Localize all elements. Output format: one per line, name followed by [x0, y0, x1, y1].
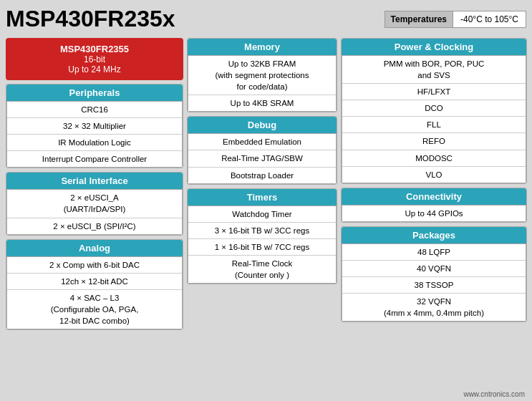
device-box: MSP430FR2355 16-bit Up to 24 MHz	[6, 38, 183, 80]
list-item: 32 × 32 Multiplier	[7, 118, 182, 135]
list-item: Up to 4KB SRAM	[188, 95, 336, 111]
peripherals-header: Peripherals	[6, 84, 183, 101]
column-2: Memory Up to 32KB FRAM (with segment pro…	[187, 38, 337, 330]
page-container: MSP430FR235x Temperatures -40°C to 105°C…	[0, 0, 532, 401]
list-item: 1 × 16-bit TB w/ 7CC regs	[188, 239, 336, 256]
timers-body: Watchdog Timer3 × 16-bit TB w/ 3CC regs1…	[188, 206, 337, 284]
list-item: Bootstrap Loader	[188, 168, 336, 183]
device-name: MSP430FR2355	[9, 44, 180, 54]
list-item: REFO	[342, 133, 526, 150]
packages-body: 48 LQFP40 VQFN38 TSSOP32 VQFN (4mm x 4mm…	[342, 243, 526, 322]
packages-section: Packages 48 LQFP40 VQFN38 TSSOP32 VQFN (…	[341, 226, 527, 322]
analog-section: Analog 2 x Comp with 6-bit DAC12ch × 12-…	[6, 239, 183, 330]
memory-header: Memory	[188, 39, 337, 55]
list-item: PMM with BOR, POR, PUC and SVS	[342, 56, 526, 84]
list-item: Watchdog Timer	[188, 206, 336, 223]
list-item: 48 LQFP	[342, 244, 526, 261]
debug-section: Debug Embedded EmulationReal-Time JTAG/S…	[187, 116, 337, 184]
list-item: FLL	[342, 117, 526, 133]
column-1: MSP430FR2355 16-bit Up to 24 MHz Periphe…	[6, 38, 183, 330]
column-3: Power & Clocking PMM with BOR, POR, PUC …	[341, 38, 527, 330]
list-item: Up to 44 GPIOs	[342, 206, 526, 221]
timers-section: Timers Watchdog Timer3 × 16-bit TB w/ 3C…	[187, 188, 337, 284]
list-item: 32 VQFN (4mm x 4mm, 0.4mm pitch)	[342, 294, 526, 321]
analog-body: 2 x Comp with 6-bit DAC12ch × 12-bit ADC…	[6, 256, 183, 329]
list-item: 2 × eUSCI_B (SPI/I²C)	[7, 218, 182, 234]
header-row: MSP430FR235x Temperatures -40°C to 105°C	[6, 6, 526, 32]
list-item: Interrupt Compare Controller	[7, 151, 182, 167]
temp-value: -40°C to 105°C	[453, 11, 526, 27]
memory-section: Memory Up to 32KB FRAM (with segment pro…	[187, 38, 337, 112]
debug-header: Debug	[188, 117, 337, 133]
peripherals-body: CRC1632 × 32 MultiplierIR Modulation Log…	[6, 101, 183, 168]
list-item: Embedded Emulation	[188, 134, 336, 150]
list-item: CRC16	[7, 102, 182, 118]
list-item: 4 × SAC – L3 (Configurable OA, PGA, 12-b…	[7, 290, 182, 329]
watermark: www.cntronics.com	[463, 390, 525, 398]
connectivity-header: Connectivity	[342, 188, 526, 205]
list-item: 38 TSSOP	[342, 277, 526, 294]
list-item: 3 × 16-bit TB w/ 3CC regs	[188, 223, 336, 239]
serial-interface-body: 2 × eUSCI_A (UART/IrDA/SPI)2 × eUSCI_B (…	[6, 189, 183, 234]
list-item: 12ch × 12-bit ADC	[7, 274, 182, 290]
list-item: DCO	[342, 100, 526, 117]
list-item: 2 x Comp with 6-bit DAC	[7, 257, 182, 274]
main-title: MSP430FR235x	[6, 6, 385, 32]
list-item: 2 × eUSCI_A (UART/IrDA/SPI)	[7, 190, 182, 218]
list-item: Real-Time JTAG/SBW	[188, 150, 336, 167]
serial-interface-section: Serial Interface 2 × eUSCI_A (UART/IrDA/…	[6, 172, 183, 235]
device-bit: 16-bit	[9, 54, 180, 64]
list-item: MODOSC	[342, 150, 526, 167]
connectivity-section: Connectivity Up to 44 GPIOs	[341, 188, 527, 223]
analog-header: Analog	[6, 240, 183, 256]
list-item: Real-Time Clock (Counter only )	[188, 256, 336, 283]
device-freq: Up to 24 MHz	[9, 64, 180, 74]
list-item: VLO	[342, 167, 526, 183]
timers-header: Timers	[188, 189, 337, 206]
connectivity-body: Up to 44 GPIOs	[342, 205, 526, 222]
list-item: 40 VQFN	[342, 261, 526, 277]
main-grid: MSP430FR2355 16-bit Up to 24 MHz Periphe…	[6, 38, 526, 330]
list-item: Up to 32KB FRAM (with segment protection…	[188, 56, 336, 95]
debug-body: Embedded EmulationReal-Time JTAG/SBWBoot…	[188, 133, 337, 183]
peripherals-section: Peripherals CRC1632 × 32 MultiplierIR Mo…	[6, 84, 183, 168]
packages-header: Packages	[342, 227, 526, 243]
memory-body: Up to 32KB FRAM (with segment protection…	[188, 55, 337, 112]
power-section: Power & Clocking PMM with BOR, POR, PUC …	[341, 38, 527, 184]
list-item: HF/LFXT	[342, 84, 526, 100]
temp-box: Temperatures -40°C to 105°C	[385, 11, 526, 28]
power-header: Power & Clocking	[342, 39, 526, 55]
serial-interface-header: Serial Interface	[6, 173, 183, 189]
power-body: PMM with BOR, POR, PUC and SVSHF/LFXTDCO…	[342, 55, 526, 183]
temp-label: Temperatures	[385, 11, 453, 27]
list-item: IR Modulation Logic	[7, 135, 182, 151]
